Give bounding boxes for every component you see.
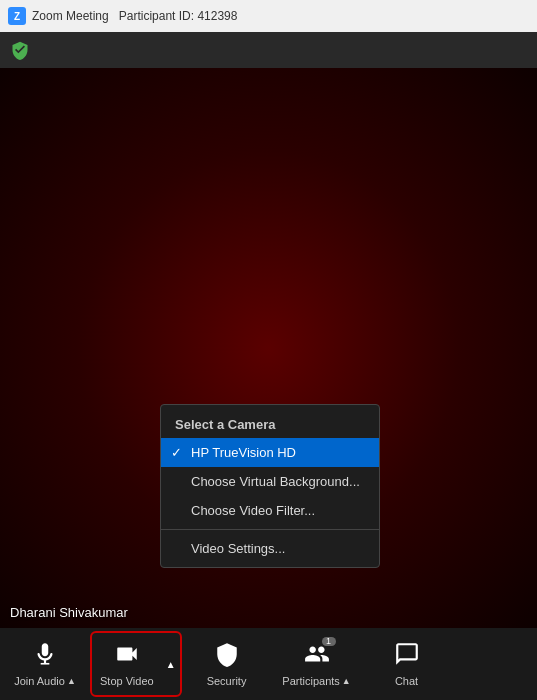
security-label: Security (207, 675, 247, 687)
participants-button[interactable]: 1 Participants ▲ (272, 633, 362, 695)
chat-label: Chat (395, 675, 418, 687)
title-bar: Z Zoom Meeting Participant ID: 412398 (0, 0, 537, 32)
stop-video-chevron[interactable]: ▲ (162, 659, 180, 670)
security-icon (214, 641, 240, 671)
video-area: Dharani Shivakumar Select a Camera HP Tr… (0, 68, 537, 628)
stop-video-button[interactable]: Stop Video (92, 633, 162, 695)
camera-option-hp-truevision[interactable]: HP TrueVision HD (161, 438, 379, 467)
stop-video-icon (114, 641, 140, 671)
camera-select-menu[interactable]: Select a Camera HP TrueVision HD Choose … (160, 404, 380, 568)
chat-button[interactable]: Chat (362, 633, 452, 695)
stop-video-group[interactable]: Stop Video ▲ (90, 631, 182, 697)
camera-option-video-filter[interactable]: Choose Video Filter... (161, 496, 379, 525)
camera-option-video-settings[interactable]: Video Settings... (161, 534, 379, 563)
menu-divider (161, 529, 379, 530)
participant-id: Participant ID: 412398 (119, 9, 238, 23)
shield-icon (10, 40, 30, 60)
camera-option-virtual-bg[interactable]: Choose Virtual Background... (161, 467, 379, 496)
participant-name: Dharani Shivakumar (10, 605, 128, 620)
participants-count: 1 (322, 637, 336, 646)
zoom-logo: Z (8, 7, 26, 25)
app-title: Zoom Meeting (32, 9, 109, 23)
meeting-toolbar (0, 32, 537, 68)
stop-video-label: Stop Video (100, 675, 154, 687)
participants-icon: 1 (304, 641, 330, 671)
join-audio-icon (32, 641, 58, 671)
chat-icon (394, 641, 420, 671)
menu-header: Select a Camera (161, 409, 379, 438)
join-audio-chevron[interactable]: ▲ (67, 676, 76, 686)
participants-label: Participants (282, 675, 339, 687)
join-audio-label: Join Audio (14, 675, 65, 687)
join-audio-button[interactable]: Join Audio ▲ (0, 633, 90, 695)
bottom-toolbar: Join Audio ▲ Stop Video ▲ Security (0, 628, 537, 700)
security-button[interactable]: Security (182, 633, 272, 695)
title-text: Zoom Meeting Participant ID: 412398 (32, 9, 237, 23)
participants-chevron[interactable]: ▲ (342, 676, 351, 686)
